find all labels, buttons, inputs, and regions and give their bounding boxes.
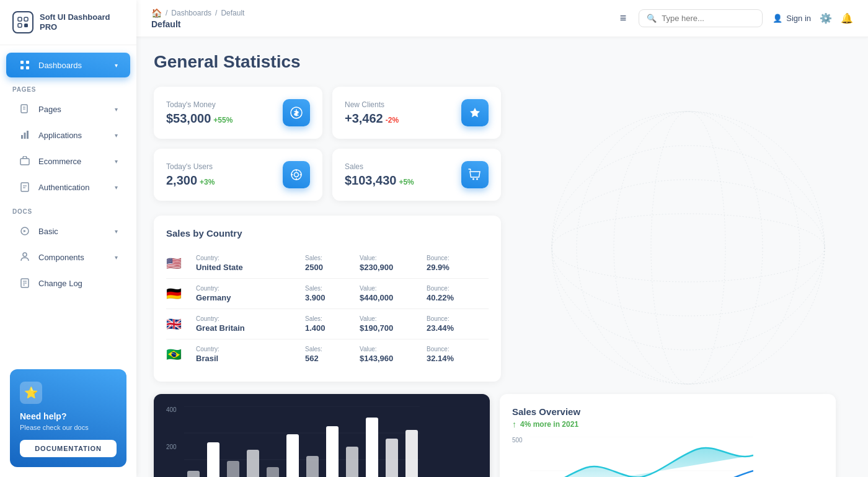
col-bounce-de: Bounce: 40.22% (427, 285, 489, 302)
sidebar-item-dashboards[interactable]: Dashboards ▾ (6, 53, 130, 77)
chevron-down-icon: ▾ (115, 158, 118, 165)
search-box: 🔍 (639, 9, 763, 27)
svg-point-30 (294, 173, 299, 177)
stat-change-money: +55% (213, 116, 232, 125)
svg-point-23 (552, 180, 825, 316)
page-title: General Statistics (154, 52, 851, 72)
chevron-down-icon: ▾ (115, 254, 118, 261)
svg-point-24 (552, 146, 825, 350)
components-icon (19, 251, 31, 263)
breadcrumb-default: Default (221, 9, 244, 17)
topbar: 🏠 / Dashboards / Default Default ≡ 🔍 👤 S… (136, 0, 868, 37)
flag-usa: 🇺🇸 (166, 256, 191, 271)
user-icon: 👤 (773, 14, 782, 23)
stat-value-money: $53,000 (166, 112, 211, 126)
stat-label-users: Today's Users (166, 162, 215, 171)
col-value-bounce: 23.44% (427, 323, 489, 333)
table-row: 🇩🇪 Country: Germany Sales: 3.900 Value: … (166, 279, 489, 309)
sidebar-item-components[interactable]: Components ▾ (6, 245, 130, 269)
clients-icon (461, 99, 489, 126)
flag-germany: 🇩🇪 (166, 286, 191, 301)
col-label-value: Value: (360, 255, 422, 261)
settings-icon[interactable]: ⚙️ (820, 12, 832, 24)
stat-label-sales: Sales (345, 162, 414, 171)
col-label-country: Country: (196, 285, 300, 292)
applications-icon (19, 129, 31, 141)
svg-point-31 (472, 178, 474, 180)
breadcrumb: 🏠 / Dashboards / Default Default (151, 8, 608, 29)
col-value-country: Great Britain (196, 323, 300, 333)
col-country-usa: Country: United State (196, 255, 300, 272)
breadcrumb-separator-2: / (215, 9, 217, 17)
chevron-down-icon: ▾ (115, 106, 118, 113)
col-label-sales: Sales: (305, 315, 355, 322)
col-country-br: Country: Brasil (196, 346, 300, 363)
sidebar-nav: Dashboards ▾ PAGES Pages ▾ Applications … (0, 45, 136, 359)
help-star-icon: ⭐ (20, 382, 42, 404)
col-value-de: Value: $440,000 (360, 285, 422, 302)
col-value-sales: 562 (305, 354, 355, 363)
col-label-country: Country: (196, 255, 300, 261)
col-label-country: Country: (196, 315, 300, 322)
sales-icon (461, 161, 489, 188)
col-value-sales: 2500 (305, 263, 355, 272)
stat-value-users: 2,300 (166, 173, 197, 188)
svg-point-16 (23, 253, 27, 256)
y-label-500: 500 (512, 437, 523, 444)
col-label-value: Value: (360, 315, 422, 322)
stat-info-money: Today's Money $53,000 +55% (166, 100, 232, 126)
col-value-val: $190,700 (360, 323, 422, 333)
svg-rect-6 (20, 66, 24, 69)
main-area: 🏠 / Dashboards / Default Default ≡ 🔍 👤 S… (136, 0, 868, 477)
breadcrumb-path: 🏠 / Dashboards / Default Default (151, 8, 244, 29)
stat-info-users: Today's Users 2,300 +3% (166, 162, 215, 188)
breadcrumb-separator: / (166, 9, 167, 17)
sidebar-item-basic[interactable]: Basic ▾ (6, 219, 130, 243)
sidebar-item-ecommerce[interactable]: Ecommerce ▾ (6, 149, 130, 173)
stat-value-clients: +3,462 (345, 112, 383, 126)
help-title: Need help? (20, 411, 117, 421)
sidebar-item-authentication[interactable]: Authentication ▾ (6, 175, 130, 199)
svg-rect-3 (24, 24, 28, 27)
sidebar-item-changelog[interactable]: Change Log (6, 271, 130, 295)
basic-icon (19, 225, 31, 237)
stat-change-clients: -2% (386, 116, 399, 125)
topbar-actions: 👤 Sign in ⚙️ 🔔 (773, 12, 853, 24)
table-row: 🇬🇧 Country: Great Britain Sales: 1.400 V… (166, 309, 489, 339)
stat-card-sales: Sales $103,430 +5% (332, 149, 501, 201)
table-row: 🇺🇸 Country: United State Sales: 2500 Val… (166, 248, 489, 279)
stat-change-sales: +5% (399, 178, 414, 186)
home-icon[interactable]: 🏠 (151, 8, 162, 18)
authentication-icon (19, 181, 31, 193)
col-bounce-usa: Bounce: 29.9% (427, 255, 489, 272)
signin-button[interactable]: 👤 Sign in (773, 14, 811, 23)
col-value-val: $230,900 (360, 263, 422, 272)
notifications-icon[interactable]: 🔔 (841, 12, 853, 24)
svg-rect-40 (247, 450, 259, 477)
col-label-bounce: Bounce: (427, 346, 489, 352)
sidebar-item-label: Applications (38, 131, 107, 140)
sales-overview-card: Sales Overview ↑ 4% more in 2021 500 400 (500, 394, 836, 477)
breadcrumb-dashboards[interactable]: Dashboards (171, 9, 211, 17)
svg-point-22 (552, 214, 825, 282)
country-table: 🇺🇸 Country: United State Sales: 2500 Val… (166, 248, 489, 369)
y-label-400: 400 (166, 406, 177, 413)
documentation-button[interactable]: DOCUMENTATION (20, 440, 117, 457)
stats-grid: Today's Money $53,000 +55% New Clients +… (154, 87, 501, 201)
svg-rect-5 (26, 61, 29, 64)
stat-card-users: Today's Users 2,300 +3% (154, 149, 322, 201)
hamburger-button[interactable]: ≡ (618, 9, 629, 27)
app-name: Soft UI Dashboard PRO (40, 12, 124, 32)
trend-up-icon: ↑ (512, 419, 516, 429)
sidebar-item-pages[interactable]: Pages ▾ (6, 97, 130, 121)
sales-overview-title: Sales Overview (512, 406, 823, 417)
sidebar-item-applications[interactable]: Applications ▾ (6, 123, 130, 147)
svg-rect-7 (26, 66, 29, 69)
chevron-down-icon: ▾ (115, 62, 118, 69)
search-input[interactable] (662, 14, 748, 23)
stat-change-users: +3% (200, 178, 215, 186)
svg-rect-39 (227, 461, 239, 477)
svg-rect-12 (21, 183, 29, 191)
chevron-down-icon: ▾ (115, 184, 118, 191)
bottom-charts-row: 400 200 0 (154, 394, 836, 477)
